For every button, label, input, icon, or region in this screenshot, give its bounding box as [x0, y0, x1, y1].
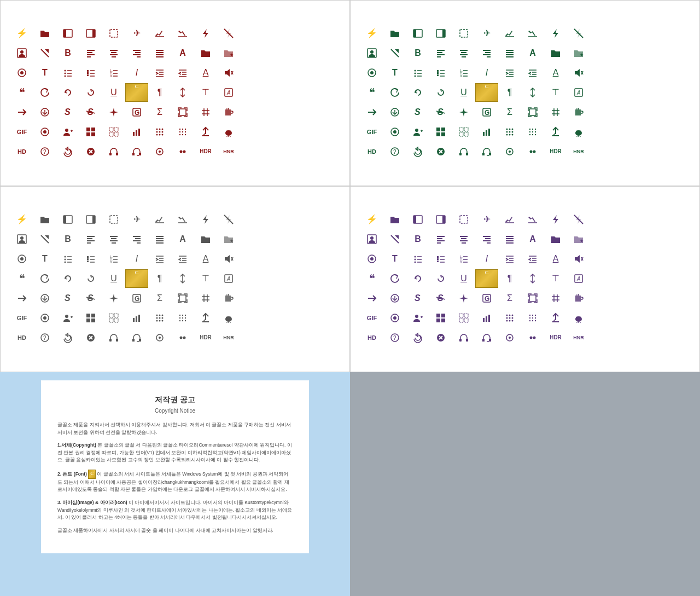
icon-cell-r6-c7 [171, 328, 194, 347]
icon-cell-r6-c5 [475, 142, 498, 161]
icon-cell-r6-c8: HDR [544, 142, 567, 161]
icon-cell-r0-c8 [194, 210, 217, 229]
icon-cell-r1-c9: ★ [217, 44, 240, 62]
icon-cell-r2-c3 [429, 250, 452, 268]
svg-text:?: ? [43, 149, 46, 155]
icon-row-3: ❝UC¶⊤A [360, 269, 690, 288]
svg-rect-498 [464, 314, 468, 317]
icon-cell-r5-c3 [429, 123, 452, 141]
icon-cell-r4-c5: G [475, 289, 498, 308]
svg-point-96 [156, 129, 158, 130]
svg-point-513 [529, 315, 530, 316]
icon-cell-r6-c2 [406, 328, 429, 347]
svg-point-507 [506, 317, 508, 319]
icon-cell-r1-c4 [452, 44, 475, 62]
svg-text:?: ? [393, 149, 396, 155]
svg-point-233 [509, 129, 511, 130]
svg-text:?: ? [43, 335, 46, 341]
icon-cell-r5-c5 [125, 309, 148, 327]
icon-cell-r3-c4: U [102, 83, 125, 102]
icon-cell-r1-c7: A [171, 44, 194, 62]
icon-cell-r0-c4 [102, 24, 125, 43]
svg-point-519 [529, 320, 530, 321]
svg-point-248 [532, 134, 533, 135]
icon-cell-r4-c7 [521, 289, 544, 308]
icon-cell-r3-c3 [429, 83, 452, 102]
icon-cell-r5-c3 [79, 123, 102, 141]
icon-cell-r3-c6: ¶ [498, 83, 521, 102]
svg-point-521 [535, 320, 536, 321]
icon-cell-r2-c5: I [475, 63, 498, 82]
icon-cell-r6-c3 [79, 328, 102, 347]
icon-cell-r0-c6 [148, 210, 171, 229]
svg-rect-500 [464, 319, 468, 322]
svg-marker-279 [203, 215, 208, 224]
icon-cell-r4-c9 [567, 103, 590, 121]
icon-cell-r2-c3 [429, 63, 452, 82]
icon-cell-r4-c1 [33, 103, 56, 121]
icon-cell-r3-c9: A [567, 269, 590, 288]
icon-cell-r3-c9: A [567, 83, 590, 102]
icon-cell-r2-c6 [498, 250, 521, 268]
svg-point-517 [532, 317, 533, 319]
svg-point-168 [371, 72, 372, 73]
icon-cell-r6-c5 [125, 142, 148, 161]
svg-text:S: S [415, 107, 421, 117]
icon-cell-r3-c8: ⊤ [544, 269, 567, 288]
icon-cell-r5-c1 [383, 123, 406, 141]
icon-cell-r5-c7 [521, 123, 544, 141]
icon-cell-r4-c3: S [429, 103, 452, 121]
svg-rect-226 [464, 128, 468, 131]
icon-cell-r5-c7 [171, 123, 194, 141]
svg-rect-538 [466, 339, 468, 342]
icon-cell-r3-c2 [406, 269, 429, 288]
svg-point-104 [162, 134, 164, 136]
svg-text:A: A [576, 276, 581, 282]
icon-cell-r0-c7 [521, 210, 544, 229]
icon-cell-r0-c2 [406, 210, 429, 229]
icon-cell-r5-c7 [171, 309, 194, 327]
svg-rect-93 [133, 132, 135, 136]
icon-row-6: HD?HDRHNR [10, 142, 340, 161]
icon-cell-r2-c2 [56, 63, 79, 82]
icon-cell-r0-c9 [567, 24, 590, 43]
svg-rect-447 [437, 256, 439, 258]
icon-cell-r4-c6: Σ [148, 289, 171, 308]
section3-title: 3. 아이심(Image) & 아이러(Icon) [57, 500, 127, 505]
svg-point-105 [179, 129, 180, 130]
icon-cell-r2-c2 [406, 63, 429, 82]
icon-cell-r1-c9: ★ [567, 230, 590, 248]
svg-point-305 [65, 256, 66, 258]
icon-cell-r6-c1: ? [383, 328, 406, 347]
icon-cell-r2-c7 [171, 63, 194, 82]
icon-cell-r3-c9: A [217, 83, 240, 102]
svg-point-489 [393, 316, 396, 320]
icon-row-1: BA★ [360, 44, 690, 62]
icon-cell-r0-c3 [79, 24, 102, 43]
icon-cell-r2-c8: A [194, 63, 217, 82]
svg-point-390 [229, 317, 231, 319]
svg-point-244 [529, 131, 530, 132]
svg-text:S: S [65, 293, 71, 303]
icon-cell-r3-c0: ❝ [360, 269, 383, 288]
icon-cell-r3-c9: A [217, 269, 240, 288]
icon-cell-r5-c3 [79, 309, 102, 327]
icon-cell-r0-c2 [56, 210, 79, 229]
svg-rect-90 [114, 128, 118, 131]
icon-cell-r3-c6: ¶ [148, 83, 171, 102]
svg-line-417 [574, 215, 583, 224]
icon-cell-r0-c6 [498, 210, 521, 229]
svg-point-112 [182, 134, 183, 135]
svg-point-243 [535, 129, 536, 130]
svg-text:G: G [135, 295, 139, 303]
svg-point-232 [506, 129, 508, 130]
icon-cell-r4-c0 [360, 103, 383, 121]
svg-rect-177 [437, 72, 439, 74]
svg-rect-228 [464, 132, 468, 136]
svg-text:A: A [226, 276, 231, 282]
icon-cell-r6-c9: HNR [217, 142, 240, 161]
icon-cell-r0-c5: ✈ [125, 24, 148, 43]
svg-text:S: S [415, 293, 421, 303]
svg-marker-7 [203, 29, 208, 38]
icon-cell-r1-c1 [33, 44, 56, 62]
